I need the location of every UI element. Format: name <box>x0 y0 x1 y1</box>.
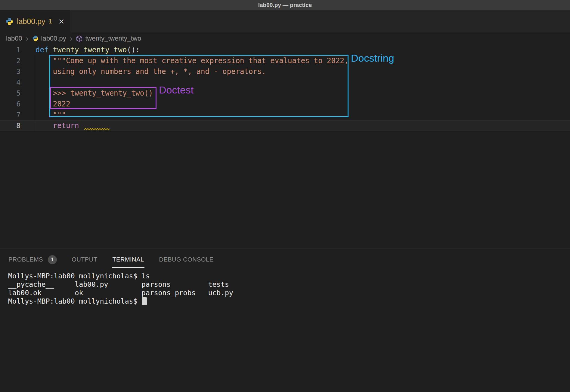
problems-count-badge: 1 <box>48 255 57 264</box>
code-text: return <box>36 121 83 131</box>
terminal-line: Mollys-MBP:lab00 mollynicholas$ ls <box>8 272 570 280</box>
terminal-line: __pycache__ lab00.py parsons tests <box>8 280 570 289</box>
window-title: lab00.py — practice <box>258 2 312 8</box>
line-number: 2 <box>0 55 20 66</box>
panel-tab-label: DEBUG CONSOLE <box>159 252 214 268</box>
python-icon <box>5 17 14 26</box>
line-number: 8 <box>0 121 20 131</box>
chevron-right-icon: › <box>70 35 73 42</box>
breadcrumb: lab00 › lab00.py › twenty_twenty_two <box>0 32 570 44</box>
terminal-line: lab00.ok ok parsons_probs ucb.py <box>8 289 570 297</box>
line-number: 3 <box>0 66 20 77</box>
line-number: 5 <box>0 88 20 99</box>
terminal-output[interactable]: Mollys-MBP:lab00 mollynicholas$ ls__pyca… <box>0 271 570 305</box>
chevron-right-icon: › <box>26 35 29 42</box>
terminal-cursor <box>142 297 147 305</box>
line-number: 6 <box>0 99 20 109</box>
python-icon <box>32 35 39 42</box>
indent-guide <box>36 55 36 131</box>
tab-bar: lab00.py 1 × <box>0 10 570 32</box>
code-line-1[interactable]: 1def twenty_twenty_two(): <box>0 44 570 55</box>
panel-tab-problems[interactable]: PROBLEMS1 <box>8 249 57 271</box>
panel-tab-label: PROBLEMS <box>8 252 43 268</box>
close-tab-icon[interactable]: × <box>59 17 64 26</box>
line-number: 4 <box>0 77 20 88</box>
docstring-annotation-label: Docstring <box>351 52 394 64</box>
symbol-cube-icon <box>76 35 83 42</box>
panel-tab-bar: PROBLEMS1OUTPUTTERMINALDEBUG CONSOLE <box>0 249 570 271</box>
bottom-panel: PROBLEMS1OUTPUTTERMINALDEBUG CONSOLE Mol… <box>0 249 570 392</box>
breadcrumb-symbol[interactable]: twenty_twenty_two <box>85 35 141 42</box>
vscode-window: lab00.py — practice lab00.py 1 × lab00 ›… <box>0 0 570 392</box>
panel-tab-debug-console[interactable]: DEBUG CONSOLE <box>159 249 214 271</box>
panel-tab-label: OUTPUT <box>71 252 98 268</box>
terminal-line: Mollys-MBP:lab00 mollynicholas$ <box>8 297 570 305</box>
code-editor[interactable]: 1def twenty_twenty_two():2 """Come up wi… <box>0 44 570 249</box>
breadcrumb-file[interactable]: lab00.py <box>41 35 66 42</box>
tab-problem-count: 1 <box>49 17 52 25</box>
panel-tab-label: TERMINAL <box>112 252 144 268</box>
tab-lab00-py[interactable]: lab00.py 1 × <box>0 10 70 32</box>
panel-tab-output[interactable]: OUTPUT <box>71 249 98 271</box>
tab-file-name: lab00.py <box>17 17 45 26</box>
line-number: 7 <box>0 109 20 120</box>
doctest-annotation-label: Doctest <box>159 84 194 96</box>
title-bar: lab00.py — practice <box>0 0 570 10</box>
doctest-annotation-box <box>50 87 156 109</box>
code-text: def twenty_twenty_two(): <box>36 44 140 55</box>
warning-squiggle-icon <box>84 128 110 131</box>
breadcrumb-folder[interactable]: lab00 <box>6 35 22 42</box>
line-number: 1 <box>0 44 20 55</box>
panel-tab-terminal[interactable]: TERMINAL <box>112 249 144 271</box>
